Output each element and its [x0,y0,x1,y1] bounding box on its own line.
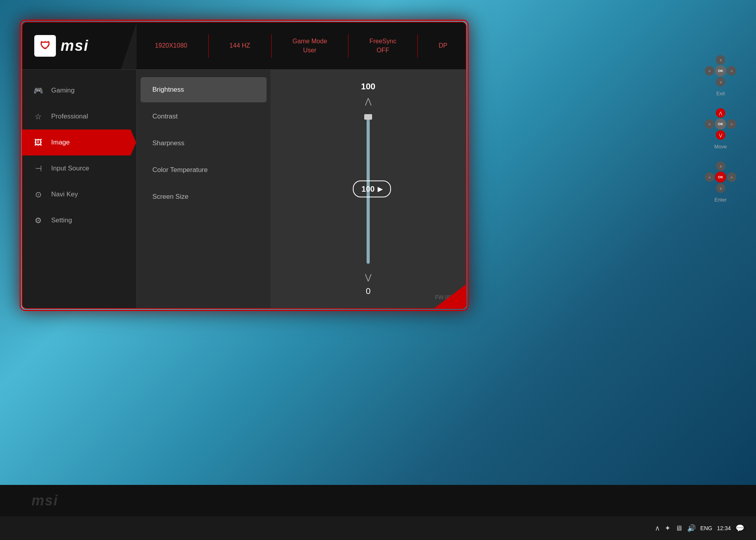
menu-item-sharpness[interactable]: Sharpness [141,131,267,156]
input-stat: DP [439,41,447,50]
enter-down-btn[interactable]: ∨ [716,183,725,193]
sidebar-label-navi-key: Navi Key [51,190,78,198]
value-badge: 100 [353,181,391,198]
game-mode-stat: Game Mode User [293,37,327,55]
sidebar-label-input-source: Input Source [51,165,89,172]
osd-panel: 🛡 msi 1920X1080 144 HZ Game Mode User Fr… [22,22,467,309]
divider-2 [271,34,272,58]
input-source-icon: ⊣ [32,163,44,174]
menu-label-color-temperature: Color Temperature [152,166,208,174]
enter-ok-btn[interactable]: OK [715,172,726,183]
msi-logo-text: msi [61,37,89,54]
sidebar-item-gaming[interactable]: 🎮 Gaming [22,78,136,104]
divider-4 [417,34,418,58]
taskbar-volume-icon: 🔊 [687,524,696,533]
sidebar-label-image: Image [51,139,70,146]
exit-ok-btn[interactable]: OK [715,65,726,76]
taskbar-chat-icon: 💬 [736,524,744,533]
taskbar-icons: ∧ ✦ 🖥 🔊 ENG 12:34 💬 [655,524,744,533]
header-info: 1920X1080 144 HZ Game Mode User FreeSync… [137,34,466,58]
msi-shield-icon: 🛡 [34,35,56,57]
slider-up-arrow[interactable]: ⋀ [365,96,371,106]
enter-control-group: « OK » ∧ ∨ Enter [705,161,736,203]
enter-left-btn[interactable]: « [705,172,714,182]
menu-item-contrast[interactable]: Contrast [141,104,267,129]
logo-cut-decoration [121,22,137,69]
taskbar-monitor-icon: 🖥 [675,524,682,533]
taskbar-language: ENG [700,525,712,531]
move-dpad: « OK » ⋀ ⋁ [705,108,736,140]
slider-min-value: 0 [366,286,371,296]
menu-item-brightness[interactable]: Brightness [141,77,267,102]
move-label: Move [714,144,727,150]
gaming-icon: 🎮 [32,85,44,96]
exit-dpad: « OK » ∧ ∨ [705,55,736,87]
slider-down-arrow[interactable]: ⋁ [365,272,371,282]
taskbar-star-icon: ✦ [665,524,671,533]
sidebar: 🎮 Gaming ☆ Professional 🖼 Image ⊣ Input … [22,70,137,308]
menu-item-color-temperature[interactable]: Color Temperature [141,157,267,183]
image-icon: 🖼 [32,137,44,148]
menu-label-sharpness: Sharpness [152,139,184,147]
slider-max-value: 100 [361,81,376,92]
sidebar-item-image[interactable]: 🖼 Image [22,129,136,155]
enter-up-btn[interactable]: ∧ [716,161,725,171]
exit-left-btn[interactable]: « [705,66,714,76]
sidebar-item-setting[interactable]: ⚙ Setting [22,207,136,233]
divider-1 [208,34,209,58]
osd-body: 🎮 Gaming ☆ Professional 🖼 Image ⊣ Input … [22,70,466,308]
exit-right-btn[interactable]: » [727,66,736,76]
sidebar-item-navi-key[interactable]: ⊙ Navi Key [22,181,136,207]
taskbar: ∧ ✦ 🖥 🔊 ENG 12:34 💬 [0,516,756,540]
value-area: 100 ⋀ ⋁ 0 100 [271,70,466,308]
move-left-btn[interactable]: « [705,119,714,129]
menu-label-brightness: Brightness [152,86,184,93]
slider-thumb[interactable] [364,114,372,120]
resolution-stat: 1920X1080 [155,41,187,50]
refresh-stat: 144 HZ [230,41,250,50]
taskbar-time: 12:34 [717,525,731,531]
move-down-btn[interactable]: ⋁ [716,130,725,140]
move-up-btn[interactable]: ⋀ [716,108,725,118]
menu-label-screen-size: Screen Size [152,193,189,200]
monitor-brand-text: msi [32,492,58,509]
freesync-stat: FreeSync OFF [369,37,396,55]
professional-icon: ☆ [32,111,44,122]
sidebar-label-setting: Setting [51,216,72,224]
header-bar: 🛡 msi 1920X1080 144 HZ Game Mode User Fr… [22,22,466,70]
exit-up-btn[interactable]: ∧ [716,55,725,65]
move-ok-btn[interactable]: OK [715,118,726,129]
exit-down-btn[interactable]: ∨ [716,77,725,87]
setting-icon: ⚙ [32,215,44,226]
enter-right-btn[interactable]: » [727,172,736,182]
enter-dpad: « OK » ∧ ∨ [705,161,736,193]
exit-label: Exit [716,91,725,96]
sidebar-item-professional[interactable]: ☆ Professional [22,104,136,129]
logo-area: 🛡 msi [22,22,137,69]
sidebar-item-input-source[interactable]: ⊣ Input Source [22,155,136,181]
firmware-version: FW.007 [435,294,454,300]
enter-label: Enter [714,197,726,203]
taskbar-up-arrow-icon: ∧ [655,524,660,533]
sidebar-label-gaming: Gaming [51,87,75,94]
right-controls-panel: « OK » ∧ ∨ Exit « OK » ⋀ ⋁ Move « OK » ∧… [697,55,744,203]
monitor-base: msi [0,485,756,516]
menu-label-contrast: Contrast [152,113,178,120]
divider-3 [348,34,348,58]
badge-value: 100 [361,185,374,194]
move-control-group: « OK » ⋀ ⋁ Move [705,108,736,150]
sidebar-label-professional: Professional [51,113,88,120]
exit-control-group: « OK » ∧ ∨ Exit [705,55,736,96]
navi-key-icon: ⊙ [32,189,44,200]
menu-item-screen-size[interactable]: Screen Size [141,184,267,209]
middle-menu: Brightness Contrast Sharpness Color Temp… [137,70,271,308]
move-right-btn[interactable]: » [727,119,736,129]
